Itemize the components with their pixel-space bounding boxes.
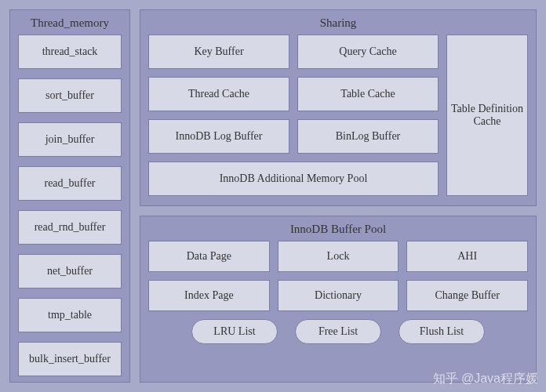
thread-memory-item: read_rnd_buffer (18, 210, 122, 245)
innodb-item: Lock (278, 241, 399, 272)
sharing-item: BinLog Buffer (297, 119, 439, 154)
thread-memory-item: net_buffer (18, 254, 122, 289)
innodb-item: AHI (406, 241, 528, 272)
thread-memory-title: Thread_memory (18, 16, 122, 30)
innodb-pill: Free List (295, 319, 381, 344)
thread-memory-list: thread_stack sort_buffer join_buffer rea… (18, 34, 122, 376)
innodb-item: Change Buffer (406, 280, 528, 311)
thread-memory-item: bulk_insert_buffer (18, 342, 122, 376)
thread-memory-item: read_buffer (18, 166, 122, 201)
sharing-wide-item: InnoDB Additional Memory Pool (148, 162, 439, 196)
sharing-item: Key Buffer (148, 34, 289, 69)
innodb-item: Index Page (148, 280, 270, 311)
innodb-pill-row: LRU List Free List Flush List (148, 319, 528, 344)
thread-memory-item: tmp_table (18, 298, 122, 332)
right-column: Sharing Key Buffer Query Cache Thread Ca… (140, 9, 537, 383)
sharing-body: Key Buffer Query Cache Thread Cache Tabl… (148, 34, 528, 196)
sharing-item: InnoDB Log Buffer (148, 119, 289, 154)
table-definition-cache: Table Definition Cache (446, 34, 528, 196)
sharing-side: Table Definition Cache (446, 34, 528, 196)
sharing-item: Table Cache (297, 77, 439, 111)
innodb-grid: Data Page Lock AHI Index Page Dictionary… (148, 241, 528, 311)
innodb-item: Data Page (148, 241, 270, 272)
innodb-panel: InnoDB Buffer Pool Data Page Lock AHI In… (140, 216, 537, 383)
thread-memory-item: sort_buffer (18, 78, 122, 113)
innodb-item: Dictionary (278, 280, 399, 311)
innodb-pill: LRU List (191, 319, 278, 344)
sharing-item: Query Cache (297, 34, 439, 69)
thread-memory-item: thread_stack (18, 34, 122, 69)
thread-memory-item: join_buffer (18, 122, 122, 157)
innodb-pill: Flush List (399, 319, 485, 344)
thread-memory-panel: Thread_memory thread_stack sort_buffer j… (9, 9, 130, 383)
sharing-grid: Key Buffer Query Cache Thread Cache Tabl… (148, 34, 439, 196)
sharing-title: Sharing (148, 16, 528, 30)
sharing-item: Thread Cache (148, 77, 289, 111)
innodb-title: InnoDB Buffer Pool (148, 223, 528, 236)
sharing-panel: Sharing Key Buffer Query Cache Thread Ca… (140, 9, 537, 206)
